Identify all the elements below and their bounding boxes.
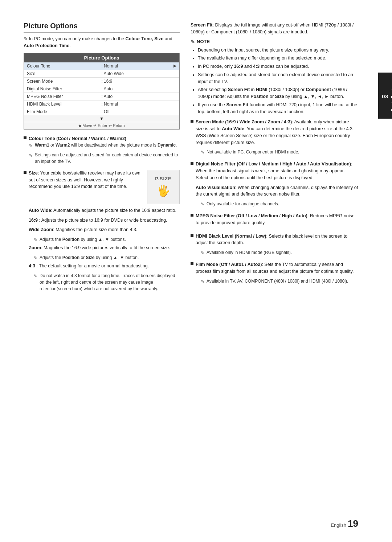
mpeg-icon <box>191 214 193 217</box>
43-para: 4:3 : The default setting for a movie or… <box>29 263 180 270</box>
chapter-number: 03 <box>382 93 388 99</box>
pencil-icon-3: ✎ <box>34 237 37 243</box>
hdmi-black-note: ✎ Available only in HDMI mode (RGB signa… <box>201 249 358 256</box>
mpeg-bullet: MPEG Noise Filter (Off / Low / Medium / … <box>191 213 358 229</box>
bullet-colour-content: Colour Tone (Cool / Normal / Warm1 / War… <box>29 135 180 167</box>
film-mode-content: Film Mode (Off / Auto1 / Auto2): Sets th… <box>196 261 358 286</box>
table-row: HDMI Black Level: Normal <box>24 100 179 108</box>
dnf-text: Digital Noise Filter (Off / Low / Medium… <box>196 161 358 181</box>
screen-mode-text: Screen Mode (16:9 / Wide Zoom / Zoom / 4… <box>196 119 358 146</box>
psize-box: P.SIZE 🖐 <box>147 170 180 204</box>
note-item-6: If you use the Screen Fit function with … <box>198 102 358 115</box>
film-mode-bullet: Film Mode (Off / Auto1 / Auto2): Sets th… <box>191 261 358 286</box>
note-list: Depending on the input source, the pictu… <box>191 47 358 115</box>
note-item-3: In PC mode, only 16:9 and 4:3 modes can … <box>198 63 358 70</box>
note-heading: ✎ NOTE <box>191 38 358 45</box>
table-row: Colour Tone: Normal ▶ <box>24 62 179 70</box>
table-row: MPEG Noise Filter: Auto <box>24 93 179 100</box>
dnf-content: Digital Noise Filter (Off / Low / Medium… <box>196 161 358 209</box>
note-pencil-icon: ✎ <box>191 39 195 45</box>
chapter-label: Basic Features <box>391 80 392 111</box>
table-cell-label: MPEG Noise Filter <box>24 93 98 100</box>
table-arrow-down: ▼ <box>24 115 179 122</box>
film-mode-icon <box>191 262 193 265</box>
note-item-2: The available items may differ depending… <box>198 55 358 62</box>
note-settings: ✎ Settings can be adjusted and stored fo… <box>29 152 180 165</box>
pencil-icon-7: ✎ <box>201 201 204 208</box>
bullet-icon <box>24 136 26 139</box>
table-cell-value: : Auto <box>98 85 179 93</box>
wide-zoom-note: ✎ Adjusts the Position by using ▲, ▼ but… <box>34 236 180 243</box>
left-column: Picture Options ✎ In PC mode, you can on… <box>24 22 180 296</box>
table-cell-label: Size <box>24 70 98 77</box>
film-mode-note-text: Available in TV, AV, COMPONENT (480i / 1… <box>207 278 348 285</box>
bullet-size: P.SIZE 🖐 Size: Your cable box/satellite … <box>24 170 180 293</box>
bullet-size-content: P.SIZE 🖐 Size: Your cable box/satellite … <box>29 170 180 293</box>
hdmi-black-note-text: Available only in HDMI mode (RGB signals… <box>207 249 292 256</box>
page-title: Picture Options <box>24 22 180 33</box>
dnf-icon <box>191 162 193 165</box>
pencil-icon-1: ✎ <box>29 142 33 149</box>
colour-tone-heading: Colour Tone (Cool / Normal / Warm1 / War… <box>29 136 126 141</box>
pencil-icon-6: ✎ <box>201 149 204 156</box>
table-cell-value: : Off <box>98 108 179 115</box>
intro-text-1: ✎ In PC mode, you can only make changes … <box>24 36 172 48</box>
screen-fit-para: Screen Fit: Displays the full image with… <box>191 22 358 36</box>
table-row: Film Mode: Off <box>24 108 179 115</box>
auto-wide-para: Auto Wide: Automatically adjusts the pic… <box>29 207 180 214</box>
options-table: Colour Tone: Normal ▶Size: Auto WideScre… <box>24 62 179 115</box>
zoom-note: ✎ Adjusts the Position or Size by using … <box>34 254 180 261</box>
note-item-1: Depending on the input source, the pictu… <box>198 47 358 54</box>
row-arrow: ▶ <box>173 63 176 68</box>
options-table-wrapper: Picture Options Colour Tone: Normal ▶Siz… <box>24 53 180 130</box>
hand-icon: 🖐 <box>157 182 170 199</box>
hdmi-black-bullet: HDMI Black Level (Normal / Low): Selects… <box>191 233 358 258</box>
table-cell-value: : 16:9 <box>98 77 179 85</box>
screen-mode-icon <box>191 120 193 123</box>
wide-zoom-note-text: Adjusts the Position by using ▲, ▼ butto… <box>40 236 126 243</box>
screen-mode-content: Screen Mode (16:9 / Wide Zoom / Zoom / 4… <box>196 119 358 157</box>
chapter-tab: 03 Basic Features <box>378 73 392 119</box>
zoom-para: Zoom: Magnifies the 16:9 wide pictures v… <box>29 245 180 251</box>
mpeg-text: MPEG Noise Filter (Off / Low / Medium / … <box>196 213 358 226</box>
pencil-icon-2: ✎ <box>29 152 33 159</box>
hdmi-black-content: HDMI Black Level (Normal / Low): Selects… <box>196 233 358 258</box>
note-warm-text: Warm1 or Warm2 will be deactivated when … <box>35 142 177 148</box>
table-cell-label: Screen Mode <box>24 77 98 85</box>
dnf-note-text: Only available for analogue channels. <box>207 201 279 208</box>
169-para: 16:9 : Adjusts the picture size to 16:9 … <box>29 217 180 224</box>
table-footer: ◆ Move ↵ Enter ↩ Return <box>24 122 179 129</box>
table-cell-label: HDMI Black Level <box>24 100 98 108</box>
footer-text: English <box>331 522 346 528</box>
mpeg-content: MPEG Noise Filter (Off / Low / Medium / … <box>196 213 358 229</box>
43-note: ✎ Do not watch in 4:3 format for a long … <box>34 272 180 292</box>
note-section: ✎ NOTE Depending on the input source, th… <box>191 38 358 115</box>
film-mode-text: Film Mode (Off / Auto1 / Auto2): Sets th… <box>196 261 358 275</box>
auto-vis-text: Auto Visualisation: When changing analog… <box>196 184 358 198</box>
pencil-icon-8: ✎ <box>201 250 204 256</box>
table-cell-value: : Normal <box>98 100 179 108</box>
note-item-4: Settings can be adjusted and stored for … <box>198 71 358 85</box>
table-cell-label: Film Mode <box>24 108 98 115</box>
screen-mode-bullet: Screen Mode (16:9 / Wide Zoom / Zoom / 4… <box>191 119 358 157</box>
table-cell-value: : Auto <box>98 93 179 100</box>
screen-mode-note: ✎ Not available in PC, Component or HDMI… <box>201 149 358 156</box>
wide-zoom-para: Wide Zoom: Magnifies the picture size mo… <box>29 226 180 233</box>
film-mode-note: ✎ Available in TV, AV, COMPONENT (480i /… <box>201 278 358 285</box>
bullet-colour-tone: Colour Tone (Cool / Normal / Warm1 / War… <box>24 135 180 167</box>
footer-num: 19 <box>348 518 358 529</box>
table-cell-label: Digital Noise Filter <box>24 85 98 93</box>
dnf-note: ✎ Only available for analogue channels. <box>201 201 358 208</box>
table-cell-label: Colour Tone <box>24 62 98 70</box>
psize-label: P.SIZE <box>155 175 172 182</box>
intro-paragraph: ✎ In PC mode, you can only make changes … <box>24 36 180 49</box>
hdmi-black-icon <box>191 234 193 237</box>
screen-mode-note-text: Not available in PC, Component or HDMI m… <box>207 149 299 156</box>
main-content: Picture Options ✎ In PC mode, you can on… <box>0 0 378 311</box>
table-cell-value: : Normal ▶ <box>98 62 179 70</box>
note-heading-text: NOTE <box>197 39 210 44</box>
zoom-note-text: Adjusts the Position or Size by using ▲,… <box>40 254 139 261</box>
note-warm: ✎ Warm1 or Warm2 will be deactivated whe… <box>29 142 180 149</box>
pencil-icon-9: ✎ <box>201 278 204 285</box>
table-row: Digital Noise Filter: Auto <box>24 85 179 93</box>
